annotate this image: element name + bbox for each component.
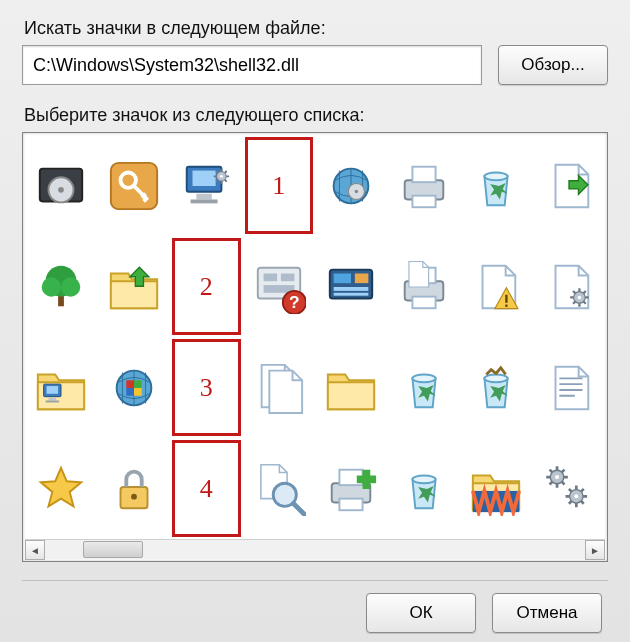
printer-add-icon[interactable] [317,440,386,537]
compressed-folder-icon[interactable] [462,440,531,537]
computer-settings-icon[interactable] [172,137,241,234]
icon-scroll-viewport: 1234 [27,137,603,537]
annotation-marker: 2 [172,238,241,335]
windows-update-icon[interactable] [100,339,169,436]
annotation-marker: 3 [172,339,241,436]
dialog-button-row: ОК Отмена [22,593,608,633]
search-file-label: Искать значки в следующем файле: [24,18,608,39]
svg-rect-8 [334,287,369,291]
svg-rect-7 [334,273,351,283]
globe-disc-icon[interactable] [317,137,386,234]
path-row: Обзор... [22,45,608,85]
recycle-bin-blue-icon[interactable] [390,440,459,537]
documents-stack-icon[interactable] [245,339,314,436]
lock-icon[interactable] [100,440,169,537]
search-document-icon[interactable] [245,440,314,537]
annotation-marker: 4 [172,440,241,537]
folder-open-icon[interactable] [317,339,386,436]
icon-list-panel: 1234 ◄ ► [22,132,608,562]
svg-rect-9 [334,292,369,295]
icon-file-path-input[interactable] [22,45,482,85]
cancel-button[interactable]: Отмена [492,593,602,633]
annotation-number: 1 [272,171,285,201]
annotation-number: 2 [200,272,213,302]
svg-point-1 [355,189,358,192]
annotation-number: 4 [200,474,213,504]
star-favorite-icon[interactable] [27,440,96,537]
recycle-bin-full-icon[interactable] [462,339,531,436]
svg-rect-3 [263,273,277,281]
system-info-icon[interactable] [317,238,386,335]
svg-rect-12 [134,380,142,388]
folder-up-icon[interactable] [100,238,169,335]
gears-icon[interactable] [535,440,604,537]
control-panel-help-icon[interactable] [245,238,314,335]
annotation-number: 3 [200,373,213,403]
recycle-bin-glass-icon[interactable] [390,339,459,436]
document-export-icon[interactable] [535,137,604,234]
key-icon[interactable] [100,137,169,234]
document-gear-icon[interactable] [535,238,604,335]
document-warning-icon[interactable] [462,238,531,335]
printer-icon[interactable] [390,137,459,234]
svg-rect-13 [126,388,134,396]
scroll-track[interactable] [45,540,585,559]
scroll-right-button[interactable]: ► [585,540,605,560]
tree-icon[interactable] [27,238,96,335]
select-icon-label: Выберите значок из следующего списка: [24,105,608,126]
disc-drive-icon[interactable] [27,137,96,234]
horizontal-scrollbar[interactable]: ◄ ► [25,539,605,559]
svg-rect-14 [134,388,142,396]
network-folder-icon[interactable] [27,339,96,436]
scroll-thumb[interactable] [83,541,143,558]
change-icon-dialog: Искать значки в следующем файле: Обзор..… [0,0,630,642]
svg-rect-11 [126,380,134,388]
separator [22,580,608,581]
icon-grid: 1234 [27,137,603,537]
svg-rect-10 [355,273,369,283]
printer-document-icon[interactable] [390,238,459,335]
recycle-bin-empty-icon[interactable] [462,137,531,234]
notepad-icon[interactable] [535,339,604,436]
browse-button[interactable]: Обзор... [498,45,608,85]
ok-button[interactable]: ОК [366,593,476,633]
annotation-marker: 1 [245,137,314,234]
svg-rect-4 [281,273,295,281]
scroll-left-button[interactable]: ◄ [25,540,45,560]
